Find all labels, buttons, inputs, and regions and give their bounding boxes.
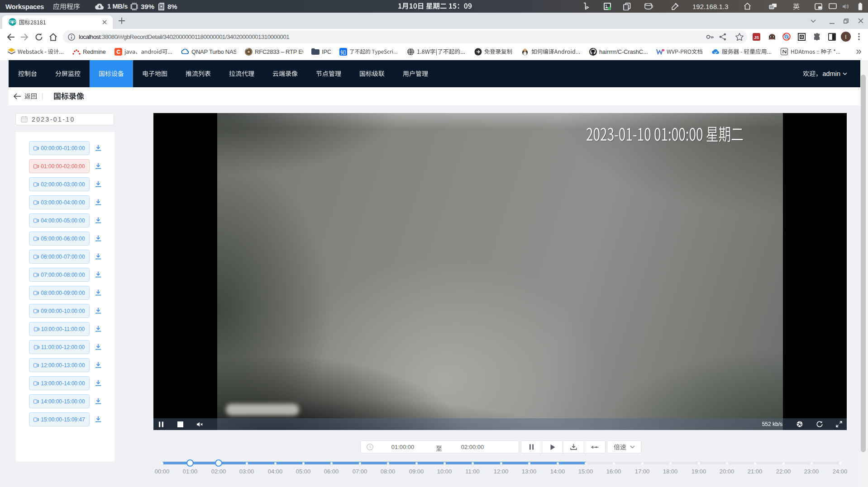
svg-text:I: I [845,34,846,40]
svg-text:JS: JS [754,35,759,40]
